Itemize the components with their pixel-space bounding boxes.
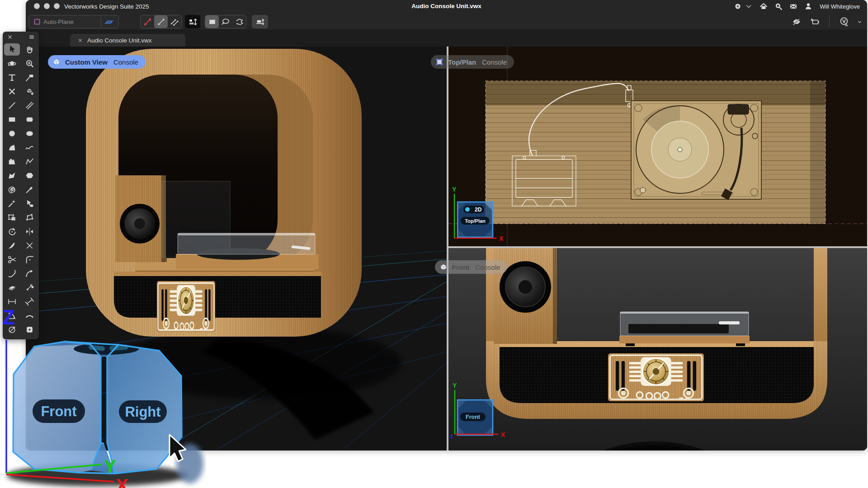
settings-icon[interactable] xyxy=(733,2,742,11)
working-plane-icon[interactable] xyxy=(103,17,115,27)
view-pill-front[interactable]: Front Console xyxy=(435,260,507,274)
palette-menu-icon[interactable] xyxy=(28,34,35,40)
tool-pan-hand[interactable] xyxy=(21,42,38,56)
tool-freeform-polygon[interactable] xyxy=(3,169,21,183)
tool-split[interactable] xyxy=(3,253,21,267)
add-view-icon[interactable] xyxy=(809,17,820,27)
view-pill-object-name: Console xyxy=(482,58,507,66)
tool-deform[interactable] xyxy=(21,211,38,225)
tool-knife[interactable] xyxy=(3,239,21,253)
tool-circle[interactable] xyxy=(3,127,21,141)
tool-fillet[interactable] xyxy=(21,253,38,267)
square-2d-icon xyxy=(435,57,444,66)
visibility-off-icon[interactable] xyxy=(791,17,802,27)
search-icon[interactable] xyxy=(774,2,783,11)
tool-chamfer[interactable] xyxy=(3,267,21,281)
tool-mirror[interactable] xyxy=(21,225,38,239)
palette-close-icon[interactable] xyxy=(7,34,13,40)
settings-chevron-icon[interactable] xyxy=(744,2,753,11)
tool-round-button[interactable] xyxy=(21,323,38,337)
mail-icon[interactable] xyxy=(789,2,798,11)
tool-eraser-3d[interactable] xyxy=(3,281,21,295)
tool-zoom[interactable] xyxy=(21,56,38,70)
plan-axis-y-label: Y xyxy=(452,186,457,193)
axis-x-line xyxy=(6,474,114,482)
title-bar: Vectorworks Design Suite 2025 Audio Cons… xyxy=(26,0,867,14)
snap-tools-group xyxy=(140,15,182,28)
tool-dim-diameter[interactable] xyxy=(3,323,21,337)
tool-flyover[interactable] xyxy=(3,56,21,70)
user-icon[interactable] xyxy=(804,2,813,11)
vectorworks-cloud-icon[interactable] xyxy=(839,16,849,27)
view-pill-custom-view[interactable]: Custom View Console xyxy=(48,55,146,69)
toolbar-right xyxy=(791,15,863,28)
cloud-chevron-icon[interactable] xyxy=(857,19,863,25)
lasso-button[interactable] xyxy=(219,15,232,28)
viewport-custom-view[interactable] xyxy=(26,47,447,450)
view-pill-view-name: Custom View xyxy=(65,58,108,66)
tool-grid xyxy=(3,42,39,337)
tool-rotate[interactable] xyxy=(3,225,21,239)
snap-multi-button[interactable] xyxy=(168,15,181,28)
viewport-top-plan[interactable]: 2D Top/Plan Y X xyxy=(448,47,867,246)
app-title: Vectorworks Design Suite 2025 xyxy=(64,3,149,10)
tool-reshape[interactable] xyxy=(3,211,21,225)
tool-rectangle[interactable] xyxy=(3,113,21,127)
tool-arc[interactable] xyxy=(3,141,21,155)
tab-label: Audio Console Unit.vwx xyxy=(87,37,152,44)
tool-line[interactable] xyxy=(3,99,21,113)
tab-bar: Audio Console Unit.vwx xyxy=(26,30,867,47)
auto-plane-label[interactable]: Auto-Plane xyxy=(42,19,78,25)
duplicate-move-button[interactable] xyxy=(185,15,200,28)
close-window-button[interactable] xyxy=(34,3,40,9)
fit-walls-icon xyxy=(255,17,265,27)
zoom-window-button[interactable] xyxy=(54,3,60,9)
tool-magic-wand[interactable] xyxy=(3,197,21,211)
snap-disabled-button[interactable] xyxy=(141,15,154,28)
tool-dim-rotated[interactable] xyxy=(21,295,38,309)
tool-selection-cursor[interactable] xyxy=(4,43,20,56)
plan-axis-x-label: X xyxy=(499,235,504,242)
tab-close-icon[interactable] xyxy=(77,38,83,43)
window-controls xyxy=(34,3,60,9)
selection-tools-group xyxy=(205,15,246,28)
duplicate-move-icon xyxy=(188,17,198,27)
tool-select-similar[interactable] xyxy=(21,197,38,211)
view-pill-top-plan[interactable]: Top/Plan Console xyxy=(431,55,514,69)
tool-freehand[interactable] xyxy=(21,141,38,155)
minimize-window-button[interactable] xyxy=(44,3,50,9)
tool-regular-polygon[interactable] xyxy=(21,169,38,183)
tool-text[interactable] xyxy=(3,70,21,84)
page: Vectorworks Design Suite 2025 Audio Cons… xyxy=(0,0,868,488)
viewport-divider-horizontal[interactable] xyxy=(448,246,867,248)
tool-polyline[interactable] xyxy=(21,155,38,169)
tab-audio-console-unit[interactable]: Audio Console Unit.vwx xyxy=(70,34,185,47)
tool-dim-angular[interactable] xyxy=(3,309,21,323)
tool-fillet-arc[interactable] xyxy=(21,267,38,281)
tool-dim-linear[interactable] xyxy=(3,295,21,309)
front-axis-x-label: X xyxy=(501,431,505,438)
tool-eyedropper[interactable] xyxy=(21,183,38,197)
tool-ellipse[interactable] xyxy=(21,127,38,141)
poly-lasso-button[interactable] xyxy=(232,15,246,28)
titlebar-actions: Will Whiteglove xyxy=(733,2,860,11)
snap-move-button[interactable] xyxy=(154,15,168,28)
tool-spiral[interactable] xyxy=(3,183,21,197)
tool-rounded-rectangle[interactable] xyxy=(21,113,38,127)
auto-plane-icon[interactable] xyxy=(33,17,42,26)
tool-connect-points[interactable] xyxy=(21,281,38,295)
tool-callout[interactable] xyxy=(21,70,38,84)
viewport-front[interactable]: Front Y X Z xyxy=(448,248,867,450)
tool-extract-3d[interactable] xyxy=(21,84,38,99)
marquee-button[interactable] xyxy=(205,15,219,28)
tool-double-line[interactable] xyxy=(21,99,38,113)
tool-polygon[interactable] xyxy=(3,155,21,169)
viewport-divider-vertical[interactable] xyxy=(447,47,448,450)
tool-delete[interactable] xyxy=(3,84,21,99)
tool-dim-arc[interactable] xyxy=(21,309,38,323)
home-icon[interactable] xyxy=(759,2,768,11)
user-name[interactable]: Will Whiteglove xyxy=(820,3,860,10)
tool-trim[interactable] xyxy=(21,239,38,253)
fit-walls-button[interactable] xyxy=(252,15,268,28)
front-axis-y-label: Y xyxy=(453,382,457,389)
